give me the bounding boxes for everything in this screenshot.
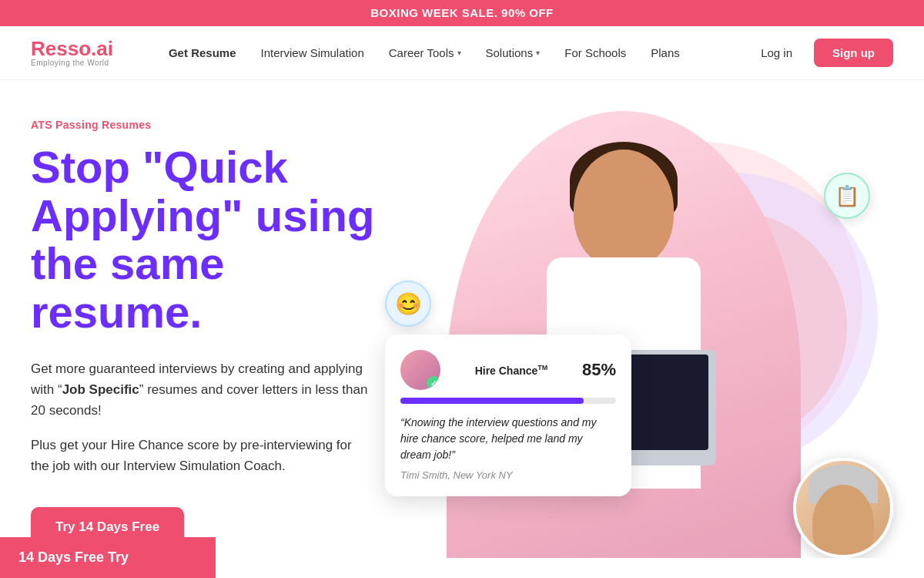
hero-desc1: Get more guaranteed interviews by creati…	[31, 358, 370, 422]
nav-for-schools[interactable]: For Schools	[555, 42, 635, 64]
nav-plans[interactable]: Plans	[641, 42, 689, 64]
hire-card-top: ✓ Hire ChanceTM 85%	[400, 350, 616, 390]
hero-desc1-bold: Job Specific	[62, 382, 139, 397]
top-banner: BOXING WEEK SALE. 90% OFF	[0, 0, 924, 26]
chevron-down-icon: ▾	[457, 49, 461, 57]
clipboard-icon: 📋	[824, 173, 870, 219]
banner-text: BOXING WEEK SALE. 90% OFF	[370, 6, 554, 19]
hire-quote: “Knowing the interview questions and my …	[400, 415, 616, 463]
logo[interactable]: Resso.ai Employing the World	[31, 39, 113, 67]
hire-chance-bar-background	[400, 398, 616, 404]
small-person-avatar	[793, 458, 893, 558]
avatar: ✓	[400, 350, 440, 390]
signup-button[interactable]: Sign up	[814, 39, 893, 67]
person-head	[574, 150, 674, 269]
nav-links: Get Resume Interview Simulation Career T…	[159, 42, 752, 64]
nav-interview-simulation[interactable]: Interview Simulation	[252, 42, 373, 64]
hire-chance-label: Hire ChanceTM	[475, 364, 548, 377]
small-person-face	[812, 485, 874, 555]
hire-chance-bar-fill	[400, 398, 584, 404]
nav-get-resume[interactable]: Get Resume	[159, 42, 246, 64]
login-button[interactable]: Log in	[752, 42, 802, 64]
avatar-check-icon: ✓	[427, 376, 440, 390]
hero-left: ATS Passing Resumes Stop "Quick Applying…	[31, 111, 400, 558]
hero-section: ATS Passing Resumes Stop "Quick Applying…	[0, 80, 924, 558]
logo-name: Resso.ai	[31, 39, 113, 59]
trial-button[interactable]: Try 14 Days Free	[31, 507, 184, 547]
chevron-down-icon: ▾	[536, 49, 540, 57]
nav-solutions[interactable]: Solutions ▾	[477, 42, 550, 64]
smile-icon: 😊	[385, 281, 431, 327]
hero-label: ATS Passing Resumes	[31, 119, 400, 131]
hero-desc2: Plus get your Hire Chance score by pre-i…	[31, 435, 370, 476]
nav-career-tools[interactable]: Career Tools ▾	[380, 42, 470, 64]
nav-actions: Log in Sign up	[752, 39, 893, 67]
navbar: Resso.ai Employing the World Get Resume …	[0, 26, 924, 80]
hero-right: 😊 📋 ✓ Hire ChanceTM 85% “Knowing the int…	[400, 111, 893, 558]
hire-percent: 85%	[582, 360, 616, 380]
logo-tagline: Employing the World	[31, 59, 113, 67]
hire-chance-card: ✓ Hire ChanceTM 85% “Knowing the intervi…	[385, 334, 631, 496]
hire-name: Timi Smith, New York NY	[400, 469, 616, 481]
hero-title: Stop "Quick Applying" using the same res…	[31, 143, 400, 337]
